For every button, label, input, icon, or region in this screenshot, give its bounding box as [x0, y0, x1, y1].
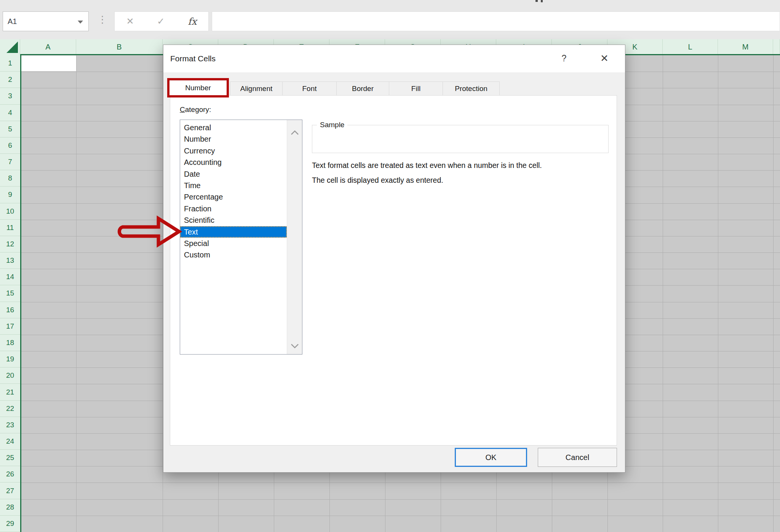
- name-box-value: A1: [3, 17, 17, 26]
- formula-input[interactable]: [212, 11, 780, 31]
- row-header[interactable]: 5: [0, 121, 20, 137]
- excel-window: A1 ⋮ ✕ ✓ fx ABCDEFGHIJKLM 12345678910111…: [0, 0, 780, 532]
- gridline: [718, 55, 718, 532]
- row-header[interactable]: 12: [0, 236, 20, 252]
- category-item-date[interactable]: Date: [180, 168, 287, 180]
- category-item-text[interactable]: Text: [180, 226, 287, 238]
- row-header[interactable]: 28: [0, 499, 20, 516]
- listbox-scrollbar[interactable]: [287, 120, 302, 354]
- clipped-ribbon-artifact: [541, 0, 543, 2]
- gridline: [773, 55, 774, 532]
- category-item-number[interactable]: Number: [180, 133, 287, 145]
- name-box-dropdown-icon[interactable]: [78, 21, 83, 24]
- row-header[interactable]: 20: [0, 367, 20, 384]
- category-listbox[interactable]: GeneralNumberCurrencyAccountingDateTimeP…: [180, 120, 302, 355]
- row-header[interactable]: 7: [0, 154, 20, 170]
- row-header[interactable]: 9: [0, 187, 20, 203]
- tab-fill[interactable]: Fill: [389, 81, 443, 95]
- category-item-special[interactable]: Special: [180, 238, 287, 249]
- select-all-corner[interactable]: [0, 39, 20, 55]
- cancel-entry-icon[interactable]: ✕: [126, 17, 134, 26]
- column-header[interactable]: L: [663, 39, 718, 55]
- row-header[interactable]: 29: [0, 516, 20, 532]
- tab-number[interactable]: Number: [169, 81, 227, 95]
- sample-label: Sample: [317, 121, 347, 129]
- scroll-up-icon[interactable]: [290, 130, 299, 135]
- row-header[interactable]: 27: [0, 482, 20, 499]
- column-header[interactable]: B: [76, 39, 163, 55]
- column-header[interactable]: [773, 39, 780, 55]
- dialog-titlebar: Format Cells ? ✕: [163, 45, 625, 72]
- description-line: The cell is displayed exactly as entered…: [312, 173, 542, 188]
- category-item-percentage[interactable]: Percentage: [180, 191, 287, 203]
- scroll-down-icon[interactable]: [290, 343, 299, 349]
- cancel-button[interactable]: Cancel: [538, 448, 617, 467]
- row-header[interactable]: 26: [0, 466, 20, 482]
- grip-dots-icon[interactable]: ⋮: [98, 14, 107, 25]
- category-item-currency[interactable]: Currency: [180, 145, 287, 157]
- row-header[interactable]: 4: [0, 105, 20, 121]
- gridline: [20, 499, 780, 500]
- name-box[interactable]: A1: [3, 11, 89, 31]
- formula-button-group: ✕ ✓ fx: [114, 11, 209, 31]
- row-header[interactable]: 10: [0, 203, 20, 220]
- close-icon[interactable]: ✕: [594, 53, 615, 64]
- category-item-fraction[interactable]: Fraction: [180, 203, 287, 214]
- clipped-ribbon-artifact: [535, 0, 538, 2]
- row-header[interactable]: 16: [0, 302, 20, 318]
- category-label: Category:: [180, 105, 211, 114]
- dialog-title: Format Cells: [170, 54, 216, 63]
- select-all-triangle-icon: [6, 42, 18, 53]
- column-header[interactable]: M: [718, 39, 773, 55]
- row-header[interactable]: 3: [0, 88, 20, 104]
- insert-function-icon[interactable]: fx: [188, 17, 197, 26]
- gridline: [20, 482, 780, 483]
- tab-protection[interactable]: Protection: [443, 81, 500, 95]
- row-header[interactable]: 19: [0, 351, 20, 367]
- row-headers: 1234567891011121314151617181920212223242…: [0, 55, 20, 532]
- description-line: Text format cells are treated as text ev…: [312, 158, 542, 173]
- row-header[interactable]: 18: [0, 335, 20, 351]
- tab-alignment[interactable]: Alignment: [230, 81, 283, 95]
- row-header[interactable]: 11: [0, 220, 20, 236]
- confirm-entry-icon[interactable]: ✓: [157, 17, 165, 26]
- category-items: GeneralNumberCurrencyAccountingDateTimeP…: [180, 122, 287, 261]
- row-header[interactable]: 2: [0, 72, 20, 88]
- ok-button[interactable]: OK: [455, 448, 527, 467]
- row-header[interactable]: 15: [0, 285, 20, 302]
- formula-bar-strip: A1 ⋮ ✕ ✓ fx: [0, 0, 780, 39]
- column-header[interactable]: A: [20, 39, 76, 55]
- row-header[interactable]: 25: [0, 450, 20, 466]
- category-item-accounting[interactable]: Accounting: [180, 157, 287, 168]
- tab-strip: AlignmentFontBorderFillProtection: [230, 81, 500, 95]
- active-cell-a1[interactable]: [21, 56, 76, 71]
- row-header[interactable]: 17: [0, 318, 20, 335]
- tab-font[interactable]: Font: [282, 81, 337, 95]
- row-header[interactable]: 1: [0, 55, 20, 72]
- category-item-scientific[interactable]: Scientific: [180, 214, 287, 226]
- tab-border[interactable]: Border: [336, 81, 389, 95]
- selection-border-left: [20, 54, 21, 532]
- sample-groupbox: Sample: [312, 125, 609, 153]
- row-header[interactable]: 14: [0, 269, 20, 285]
- format-description: Text format cells are treated as text ev…: [312, 158, 542, 188]
- category-item-general[interactable]: General: [180, 122, 287, 133]
- category-item-time[interactable]: Time: [180, 180, 287, 191]
- gridline: [663, 55, 663, 532]
- row-header[interactable]: 13: [0, 252, 20, 269]
- format-cells-dialog: Format Cells ? ✕ Number AlignmentFontBor…: [163, 45, 625, 473]
- row-header[interactable]: 21: [0, 384, 20, 400]
- gridline: [76, 55, 77, 532]
- row-header[interactable]: 23: [0, 417, 20, 433]
- row-header[interactable]: 22: [0, 401, 20, 417]
- number-tab-page: Category: GeneralNumberCurrencyAccountin…: [170, 95, 617, 446]
- row-header[interactable]: 6: [0, 137, 20, 154]
- help-icon[interactable]: ?: [556, 53, 572, 64]
- gridline: [20, 516, 780, 516]
- row-header[interactable]: 24: [0, 433, 20, 450]
- row-header[interactable]: 8: [0, 170, 20, 187]
- category-item-custom[interactable]: Custom: [180, 249, 287, 260]
